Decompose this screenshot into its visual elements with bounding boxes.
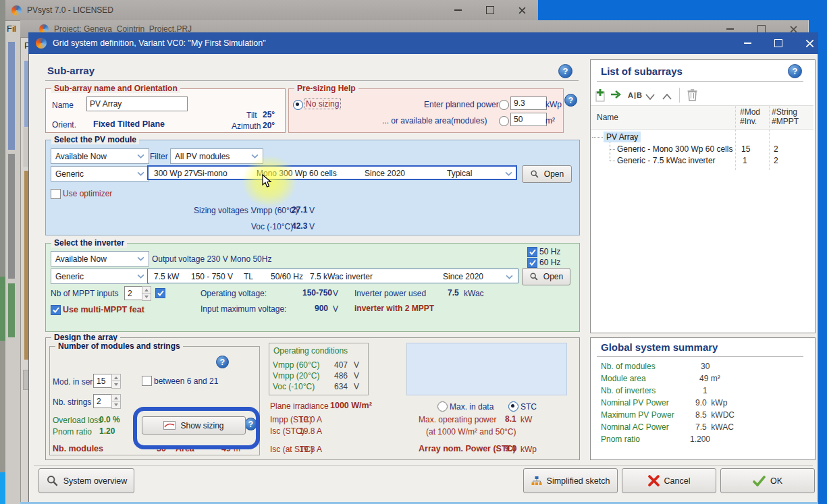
spinner-down-button[interactable] [111,381,121,389]
chevron-down-icon [137,256,144,261]
area-unit: m² [545,116,555,125]
pvsyst-app-icon [11,5,22,16]
open-inverter-button[interactable]: Open [522,268,570,285]
system-overview-button[interactable]: System overview [38,468,134,493]
move-down-button[interactable] [645,92,655,102]
spinner-down-button[interactable] [142,293,151,301]
spinner-down-button[interactable] [111,401,121,409]
operating-conditions-title: Operating conditions [273,346,348,356]
between-checkbox[interactable] [142,376,152,386]
simplified-sketch-button[interactable]: Simplified sketch [523,468,618,493]
voc-unit: V [309,222,315,231]
pv-module-combo[interactable]: 300 Wp 27V Si-mono Mono 300 Wp 60 cells … [147,165,517,180]
background-fragment [8,154,15,279]
max-operating-power-unit: kW [521,415,532,424]
max-operating-power-label: Max. operating power [419,415,496,424]
summary-value: 1.200 [690,435,710,444]
delete-subarray-button[interactable] [687,88,698,103]
input-max-value: 900 [315,304,328,313]
help-icon[interactable]: ? [216,356,229,368]
search-icon [46,474,59,487]
column-header-mod[interactable]: #Mod [740,107,760,117]
help-icon[interactable]: ? [558,64,572,78]
column-header-string[interactable]: #String [772,107,797,117]
group-title: Select the inverter [51,238,127,248]
dialog-maximize-button[interactable] [770,36,787,50]
module-manufacturer-dropdown[interactable]: Generic [51,166,149,181]
multi-mppt-checkbox[interactable] [51,305,61,315]
tree-root-selected[interactable]: PV Array [604,132,641,142]
main-maximize-button[interactable] [481,3,499,17]
no-sizing-label[interactable]: No sizing [304,99,340,109]
sizing-voltages-label: Sizing voltages : [194,206,252,215]
summary-label: Pnom ratio [601,435,640,444]
tree-line [610,149,615,150]
ok-button[interactable]: OK [720,468,815,493]
tilt-value: 25° [263,110,275,119]
group-title: Number of modules and strings [55,341,183,351]
move-subarray-button[interactable] [610,90,624,101]
orient-value: Fixed Tilted Plane [93,119,165,129]
rename-icon[interactable]: A|B [628,91,643,99]
tree-line [592,137,603,138]
tree-item-module-mod: 15 [741,144,750,154]
input-max-label: Input maximum voltage: [201,304,286,314]
open-module-button[interactable]: Open [522,165,572,183]
output-voltage-label: Output voltage 230 V Mono 50Hz [152,254,271,264]
subarray-name-input[interactable]: PV Array [86,96,188,111]
dialog-close-button[interactable] [801,36,818,50]
group-title: Design the array [51,333,120,342]
input-max-unit: V [333,304,338,314]
dialog-title: Grid system definition, Variant VC0: "My… [53,38,266,48]
summary-value: 1 [703,386,708,395]
main-close-button[interactable] [513,3,531,17]
tree-item-inverter[interactable]: Generic - 7.5 kWac inverter [617,156,716,165]
inverter-availability-dropdown[interactable]: Available Now [51,251,149,267]
nb-strings-label: Nb. strings [53,397,91,407]
voc-value: 42.3 [292,221,307,231]
dialog-app-icon [36,38,47,49]
module-availability-dropdown[interactable]: Available Now [51,148,149,164]
vmpp-unit: V [309,206,315,215]
tilt-label: Tilt [246,111,257,120]
presizing-group: Pre-sizing Help [288,88,564,133]
planned-power-radio[interactable] [499,100,509,110]
operating-voltage-label: Operating voltage: [201,289,267,298]
inverter-manufacturer-dropdown[interactable]: Generic [51,269,149,284]
pnom-value: 1.20 [99,426,115,436]
background-fragment [8,283,15,337]
available-area-radio[interactable] [499,116,509,126]
cancel-button[interactable]: Cancel [622,468,716,493]
freq-50hz-label: 50 Hz [539,247,560,256]
no-sizing-radio[interactable] [293,100,303,110]
summary-label: Module area [601,374,646,383]
add-subarray-button[interactable] [593,88,607,102]
chevron-up-icon [662,94,672,100]
tree-item-module[interactable]: Generic - Mono 300 Wp 60 cells [617,144,732,154]
sketch-icon [531,476,542,486]
freq-50hz-checkbox[interactable] [527,247,537,257]
power-used-label: Inverter power used [354,289,426,298]
divider [597,81,803,82]
freq-60hz-checkbox[interactable] [527,258,537,268]
close-icon [790,26,797,33]
stc-radio[interactable] [508,401,518,412]
planned-power-input[interactable]: 9.3 [510,96,547,110]
max-in-data-radio[interactable] [437,401,448,412]
click-highlight-ring [133,407,260,449]
help-icon[interactable]: ? [788,64,802,78]
move-up-button[interactable] [662,92,672,102]
available-area-input[interactable]: 50 [510,113,547,126]
column-header-name[interactable]: Name [597,113,618,122]
group-title: Pre-sizing Help [294,84,358,93]
main-minimize-button[interactable] [449,3,466,17]
mppt-auto-checkbox[interactable] [155,288,165,298]
help-icon[interactable]: ? [564,94,577,107]
add-icon [593,88,607,102]
dialog-minimize-button[interactable] [739,36,756,50]
use-optimizer-checkbox[interactable] [51,189,61,199]
inverter-combo[interactable]: 7.5 kW 150 - 750 V TL 50/60 Hz 7.5 kWac … [147,269,518,283]
main-menu-partial[interactable]: Fil [7,24,16,34]
module-filter-dropdown[interactable]: All PV modules [170,148,263,164]
toolbar-separator [679,88,680,103]
